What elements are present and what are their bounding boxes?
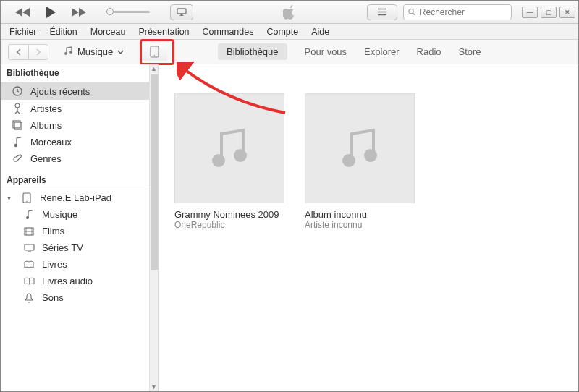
svg-point-7 — [153, 55, 155, 56]
menu-compte[interactable]: Compte — [266, 27, 298, 37]
search-input[interactable] — [418, 7, 507, 18]
list-view-button[interactable] — [367, 4, 397, 20]
album-art-placeholder — [174, 93, 284, 203]
content-area: Grammy Nominees 2009 OneRepublic Album i… — [159, 64, 578, 391]
sidebar-item-songs[interactable]: Morceaux — [1, 134, 158, 150]
titlebar: — ▢ ✕ — [1, 1, 578, 24]
view-tabs: Bibliothèque Pour vous Explorer Radio St… — [218, 43, 481, 60]
ipad-icon — [150, 46, 159, 58]
sidebar-section-devices: Appareils — [1, 171, 158, 189]
nav-forward-button[interactable] — [28, 44, 48, 60]
note-icon — [11, 137, 24, 148]
sidebar-item-label: Morceaux — [30, 137, 72, 148]
guitar-icon — [11, 153, 24, 164]
svg-rect-17 — [25, 244, 34, 250]
sidebar-item-label: Livres — [42, 259, 67, 270]
svg-point-2 — [409, 9, 413, 13]
svg-point-18 — [212, 154, 225, 167]
sidebar-item-genres[interactable]: Genres — [1, 150, 158, 167]
sidebar-scrollbar[interactable]: ▲ ▼ — [149, 64, 158, 391]
chevron-down-icon — [117, 50, 124, 54]
tab-radio[interactable]: Radio — [417, 46, 441, 57]
album-title: Grammy Nominees 2009 — [174, 209, 284, 220]
svg-line-3 — [413, 13, 415, 15]
svg-point-9 — [15, 103, 20, 108]
maximize-button[interactable]: ▢ — [541, 7, 557, 18]
previous-button[interactable] — [15, 7, 31, 17]
tab-explorer[interactable]: Explorer — [364, 46, 399, 57]
sidebar-item-label: Ajouts récents — [30, 86, 90, 97]
svg-point-19 — [234, 149, 247, 162]
svg-point-14 — [26, 201, 27, 202]
device-button[interactable] — [141, 43, 167, 61]
tab-store[interactable]: Store — [459, 46, 481, 57]
minimize-button[interactable]: — — [522, 7, 538, 18]
scroll-up-icon[interactable]: ▲ — [151, 64, 157, 73]
playback-controls — [15, 4, 193, 20]
media-type-label: Musique — [77, 46, 113, 57]
sidebar-item-label: Genres — [30, 153, 62, 164]
ipad-icon — [20, 192, 33, 203]
volume-slider[interactable] — [106, 11, 150, 13]
sidebar-item-device-tv[interactable]: Séries TV — [1, 239, 158, 256]
sidebar-item-device-movies[interactable]: Films — [1, 223, 158, 239]
album-icon — [11, 120, 24, 131]
album-card[interactable]: Album inconnu Artiste inconnu — [305, 93, 415, 230]
next-button[interactable] — [70, 7, 86, 17]
sidebar-item-artists[interactable]: Artistes — [1, 100, 158, 117]
sidebar-item-device-tones[interactable]: Sons — [1, 289, 158, 306]
tab-bibliotheque[interactable]: Bibliothèque — [218, 43, 287, 60]
album-artist: OneRepublic — [174, 220, 284, 230]
svg-point-5 — [69, 51, 72, 54]
book-icon — [22, 260, 35, 269]
svg-rect-0 — [177, 9, 186, 14]
menu-commandes[interactable]: Commandes — [203, 27, 254, 37]
svg-point-21 — [364, 149, 377, 162]
sidebar-item-device-audiobooks[interactable]: Livres audio — [1, 273, 158, 289]
scroll-down-icon[interactable]: ▼ — [151, 383, 157, 391]
sidebar-item-label: Livres audio — [42, 276, 93, 286]
toolbar: Musique Bibliothèque Pour vous Explorer … — [1, 40, 578, 64]
menu-fichier[interactable]: Fichier — [9, 27, 37, 37]
sidebar-item-label: Musique — [42, 209, 77, 220]
album-title: Album inconnu — [305, 209, 415, 220]
sidebar-item-label: Sons — [42, 292, 64, 303]
sidebar-item-albums[interactable]: Albums — [1, 117, 158, 134]
album-art-placeholder — [305, 93, 415, 203]
nav-back-button[interactable] — [8, 44, 28, 60]
music-icon — [63, 46, 73, 58]
menu-edition[interactable]: Édition — [50, 27, 77, 37]
menu-presentation[interactable]: Présentation — [138, 27, 189, 37]
note-icon — [22, 210, 35, 220]
tab-pour-vous[interactable]: Pour vous — [305, 46, 347, 57]
sidebar-item-device-music[interactable]: Musique — [1, 206, 158, 223]
media-type-selector[interactable]: Musique — [56, 43, 131, 61]
tv-icon — [22, 244, 35, 252]
film-icon — [22, 227, 35, 236]
bell-icon — [22, 293, 35, 303]
sidebar-item-recents[interactable]: Ajouts récents — [1, 82, 158, 100]
sidebar-item-label: Films — [42, 226, 64, 237]
audiobook-icon — [22, 277, 35, 286]
disclosure-triangle-icon[interactable]: ▾ — [5, 194, 12, 202]
svg-point-12 — [14, 144, 17, 147]
sidebar-item-device[interactable]: ▾ Rene.E Lab-iPad — [1, 189, 158, 206]
sidebar-item-label: Albums — [30, 120, 62, 131]
menu-aide[interactable]: Aide — [311, 27, 329, 37]
album-card[interactable]: Grammy Nominees 2009 OneRepublic — [174, 93, 284, 230]
clock-plus-icon — [11, 85, 24, 97]
search-field[interactable] — [403, 4, 512, 20]
play-button[interactable] — [44, 6, 57, 19]
window-controls: — ▢ ✕ — [522, 7, 575, 18]
close-button[interactable]: ✕ — [559, 7, 575, 18]
sidebar-item-device-books[interactable]: Livres — [1, 256, 158, 273]
airplay-button[interactable] — [170, 4, 193, 20]
scrollbar-thumb[interactable] — [151, 74, 158, 270]
sidebar-item-label: Séries TV — [42, 242, 83, 253]
sidebar-section-library: Bibliothèque — [1, 64, 158, 82]
sidebar-item-label: Artistes — [30, 103, 62, 114]
microphone-icon — [11, 103, 24, 114]
menu-morceau[interactable]: Morceau — [90, 27, 126, 37]
search-icon — [408, 8, 415, 16]
menubar: Fichier Édition Morceau Présentation Com… — [1, 24, 578, 40]
